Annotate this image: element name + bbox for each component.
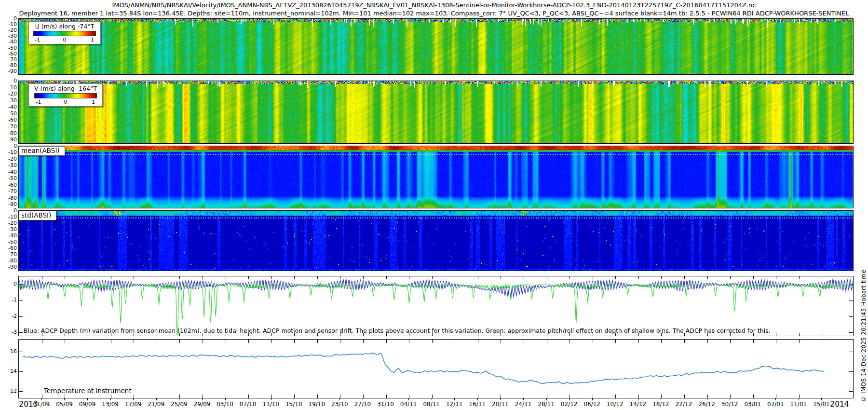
x-tick-label: 03/10: [217, 401, 233, 408]
colorbar-tick-label: 0: [64, 99, 68, 105]
x-tick-mark: [363, 398, 363, 400]
x-tick-mark: [546, 398, 547, 400]
x-tick-label: 19/10: [309, 401, 326, 408]
y-tick-label: -1: [0, 297, 17, 302]
y-tick-label: -90: [0, 68, 17, 74]
y-tick-label: 0: [0, 16, 17, 21]
y-tick-label: 0: [0, 78, 17, 83]
x-tick-mark: [775, 398, 776, 400]
x-axis-year-end: 2014: [830, 400, 849, 409]
x-tick-label: 31/10: [377, 401, 394, 408]
panel-u-velocity: U (m/s) along -74°T -1 0 1: [18, 18, 854, 75]
x-tick-label: 11/01: [790, 401, 807, 408]
x-tick-label: 13/09: [102, 401, 119, 408]
x-tick-mark: [753, 398, 753, 400]
y-tick-label: -80: [0, 258, 17, 263]
y-tick-label: -90: [0, 202, 17, 207]
u-velocity-legend: U (m/s) along -74°T -1 0 1: [28, 21, 101, 44]
y-tick-label: 0: [0, 143, 17, 149]
x-tick-mark: [386, 398, 386, 400]
y-tick-label: -30: [0, 163, 17, 168]
y-tick-label: -10: [0, 22, 17, 27]
absi-std-heatmap-canvas: [19, 211, 853, 271]
x-tick-label: 04/11: [400, 401, 417, 408]
x-tick-mark: [707, 398, 707, 400]
y-tick-label: -70: [0, 57, 17, 62]
x-tick-mark: [730, 398, 730, 400]
x-tick-label: 09/09: [79, 401, 96, 408]
x-tick-label: 30/12: [721, 401, 738, 408]
v-velocity-heatmap-canvas: [19, 81, 853, 143]
x-tick-mark: [87, 398, 88, 400]
y-tick-label: -50: [0, 111, 17, 116]
colorbar-tick-label: 1: [92, 99, 95, 105]
absi-mean-heatmap-canvas: [19, 146, 853, 208]
y-tick-label: -40: [0, 39, 17, 44]
figure-title: IMOS/ANMN/NRS/NRSKAI/Velocity/IMOS_ANMN-…: [0, 1, 868, 9]
x-tick-label: 11/10: [262, 401, 279, 408]
y-tick-label: -20: [0, 156, 17, 162]
x-tick-label: 07/10: [240, 401, 257, 408]
y-tick-label: -70: [0, 189, 17, 194]
v-velocity-colorbar: [34, 93, 97, 98]
x-tick-label: 20/11: [492, 401, 509, 408]
x-tick-label: 21/09: [148, 401, 164, 408]
x-tick-label: 14/12: [630, 401, 647, 408]
v-velocity-colorbar-ticks: -1 0 1: [35, 99, 96, 105]
x-tick-mark: [64, 398, 65, 400]
x-tick-mark: [454, 398, 455, 400]
x-tick-label: 23/10: [331, 401, 348, 408]
x-tick-mark: [202, 398, 203, 400]
y-tick-label: 0: [0, 281, 17, 287]
y-tick-label: -90: [0, 264, 17, 270]
y-tick-label: -90: [0, 137, 17, 142]
x-tick-label: 03/01: [744, 401, 761, 408]
x-tick-mark: [41, 398, 42, 400]
y-tick-label: -80: [0, 131, 17, 136]
x-tick-label: 27/10: [354, 401, 371, 408]
y-tick-label: -20: [0, 27, 17, 33]
y-tick-label: -30: [0, 227, 17, 232]
x-tick-mark: [248, 398, 248, 400]
y-tick-label: 0: [0, 208, 17, 213]
x-tick-label: 05/09: [56, 401, 73, 408]
y-tick-label: -10: [0, 150, 17, 155]
x-tick-mark: [110, 398, 111, 400]
y-tick-label: 16: [0, 349, 17, 354]
y-tick-label: 14: [0, 369, 17, 374]
y-tick-label: -80: [0, 63, 17, 68]
x-tick-mark: [432, 398, 432, 400]
u-velocity-colorbar: [33, 31, 96, 36]
y-tick-label: -60: [0, 117, 17, 123]
y-tick-label: -80: [0, 195, 17, 201]
y-tick-label: -70: [0, 124, 17, 129]
x-tick-mark: [615, 398, 615, 400]
y-tick-label: -3: [0, 329, 17, 335]
x-tick-label: 07/01: [767, 401, 784, 408]
x-tick-mark: [500, 398, 501, 400]
colorbar-tick-label: -1: [36, 99, 41, 105]
y-tick-label: -40: [0, 233, 17, 238]
x-tick-mark: [569, 398, 570, 400]
figure: IMOS/ANMN/NRS/NRSKAI/Velocity/IMOS_ANMN-…: [0, 0, 868, 410]
y-tick-label: -40: [0, 169, 17, 175]
x-tick-mark: [821, 398, 822, 400]
figure-subtitle: Deployment 16, member 1 lat=35.84S lon=1…: [0, 10, 868, 17]
x-tick-label: 06/12: [583, 401, 600, 408]
x-tick-mark: [638, 398, 638, 400]
absi-std-label: std(ABSI): [19, 211, 56, 220]
x-axis-year-start: 2013: [19, 400, 38, 409]
x-tick-mark: [799, 398, 799, 400]
x-tick-mark: [684, 398, 684, 400]
panel-temperature: Temperature at instrument: [18, 339, 854, 398]
x-tick-label: 26/12: [698, 401, 715, 408]
x-tick-label: 24/11: [515, 401, 532, 408]
temperature-label: Temperature at instrument: [44, 387, 132, 395]
y-tick-label: -30: [0, 33, 17, 39]
x-tick-mark: [661, 398, 661, 400]
y-tick-label: -2: [0, 314, 17, 319]
x-tick-label: 12/11: [446, 401, 463, 408]
x-tick-label: 17/09: [125, 401, 142, 408]
y-tick-label: -40: [0, 104, 17, 109]
x-tick-mark: [339, 398, 340, 400]
